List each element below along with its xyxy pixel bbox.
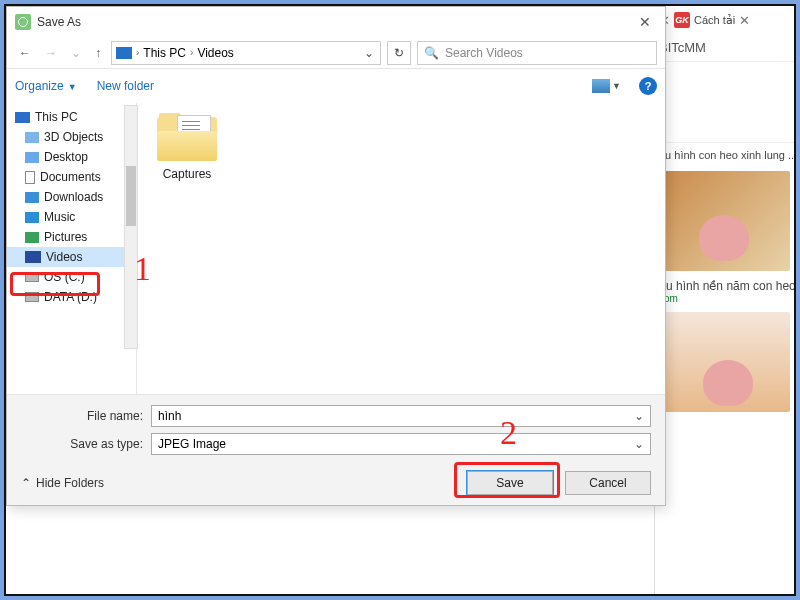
save-button[interactable]: Save bbox=[467, 471, 553, 495]
tree-music[interactable]: Music bbox=[7, 207, 136, 227]
back-button[interactable]: ← bbox=[15, 44, 35, 62]
search-input[interactable]: 🔍 Search Videos bbox=[417, 41, 657, 65]
tree-videos[interactable]: Videos bbox=[7, 247, 136, 267]
breadcrumb-dropdown[interactable]: ⌄ bbox=[362, 46, 376, 60]
tree-downloads[interactable]: Downloads bbox=[7, 187, 136, 207]
up-button[interactable]: ↑ bbox=[91, 44, 105, 62]
file-list-pane[interactable]: Captures bbox=[137, 103, 665, 394]
cancel-button[interactable]: Cancel bbox=[565, 471, 651, 495]
chevron-up-icon: ⌃ bbox=[21, 476, 31, 490]
save-as-dialog: Save As ✕ ← → ⌄ ↑ › This PC › Videos ⌄ ↻… bbox=[6, 6, 666, 506]
tab-favicon: GK bbox=[674, 12, 690, 28]
filename-input[interactable]: hình bbox=[151, 405, 651, 427]
chevron-right-icon[interactable]: › bbox=[190, 47, 193, 58]
filename-label: File name: bbox=[21, 409, 151, 423]
breadcrumb[interactable]: › This PC › Videos ⌄ bbox=[111, 41, 381, 65]
tree-desktop[interactable]: Desktop bbox=[7, 147, 136, 167]
toolbar: Organize▼ New folder ▼ ? bbox=[7, 69, 665, 103]
background-browser: ✕ GK Cách tải ✕ BITcMM hu hình con heo x… bbox=[654, 6, 794, 594]
navigation-tree: This PC 3D Objects Desktop Documents Dow… bbox=[7, 103, 137, 394]
save-as-type-label: Save as type: bbox=[21, 437, 151, 451]
search-result-title-2[interactable]: ầu hình nền năm con heo ... bbox=[659, 279, 790, 293]
tree-scrollbar[interactable] bbox=[124, 105, 138, 349]
save-as-type-select[interactable]: JPEG Image bbox=[151, 433, 651, 455]
dialog-bottom-panel: File name: hình Save as type: JPEG Image… bbox=[7, 394, 665, 505]
forward-button: → bbox=[41, 44, 61, 62]
location-icon bbox=[116, 47, 132, 59]
tree-pictures[interactable]: Pictures bbox=[7, 227, 136, 247]
breadcrumb-videos[interactable]: Videos bbox=[197, 46, 233, 60]
help-button[interactable]: ? bbox=[639, 77, 657, 95]
navigation-row: ← → ⌄ ↑ › This PC › Videos ⌄ ↻ 🔍 Search … bbox=[7, 37, 665, 69]
search-placeholder: Search Videos bbox=[445, 46, 523, 60]
hide-folders-toggle[interactable]: ⌃ Hide Folders bbox=[21, 476, 104, 490]
result-thumbnail-1[interactable] bbox=[659, 171, 790, 271]
app-icon bbox=[15, 14, 31, 30]
titlebar: Save As ✕ bbox=[7, 7, 665, 37]
recent-locations-button[interactable]: ⌄ bbox=[67, 44, 85, 62]
organize-menu[interactable]: Organize▼ bbox=[15, 79, 79, 93]
result-thumbnail-2[interactable] bbox=[659, 312, 790, 412]
search-icon: 🔍 bbox=[424, 46, 439, 60]
address-bar-fragment[interactable]: BITcMM bbox=[655, 34, 794, 62]
tree-this-pc[interactable]: This PC bbox=[7, 107, 136, 127]
tree-documents[interactable]: Documents bbox=[7, 167, 136, 187]
tree-data-d[interactable]: DATA (D:) bbox=[7, 287, 136, 307]
tab-close-icon-2[interactable]: ✕ bbox=[739, 13, 750, 28]
refresh-button[interactable]: ↻ bbox=[387, 41, 411, 65]
new-folder-button[interactable]: New folder bbox=[97, 79, 154, 93]
view-icon bbox=[592, 79, 610, 93]
folder-icon bbox=[157, 113, 217, 161]
tab-label[interactable]: Cách tải bbox=[694, 14, 735, 27]
breadcrumb-this-pc[interactable]: This PC bbox=[143, 46, 186, 60]
tree-os-c[interactable]: OS (C:) bbox=[7, 267, 136, 287]
view-options-button[interactable]: ▼ bbox=[592, 79, 621, 93]
search-result-domain: com bbox=[659, 293, 790, 304]
folder-captures[interactable]: Captures bbox=[147, 113, 227, 181]
close-button[interactable]: ✕ bbox=[633, 14, 657, 30]
chevron-right-icon[interactable]: › bbox=[136, 47, 139, 58]
dialog-title: Save As bbox=[37, 15, 633, 29]
folder-label: Captures bbox=[147, 167, 227, 181]
search-result-title-1[interactable]: hu hình con heo xinh lung ... bbox=[655, 142, 794, 167]
tree-3d-objects[interactable]: 3D Objects bbox=[7, 127, 136, 147]
